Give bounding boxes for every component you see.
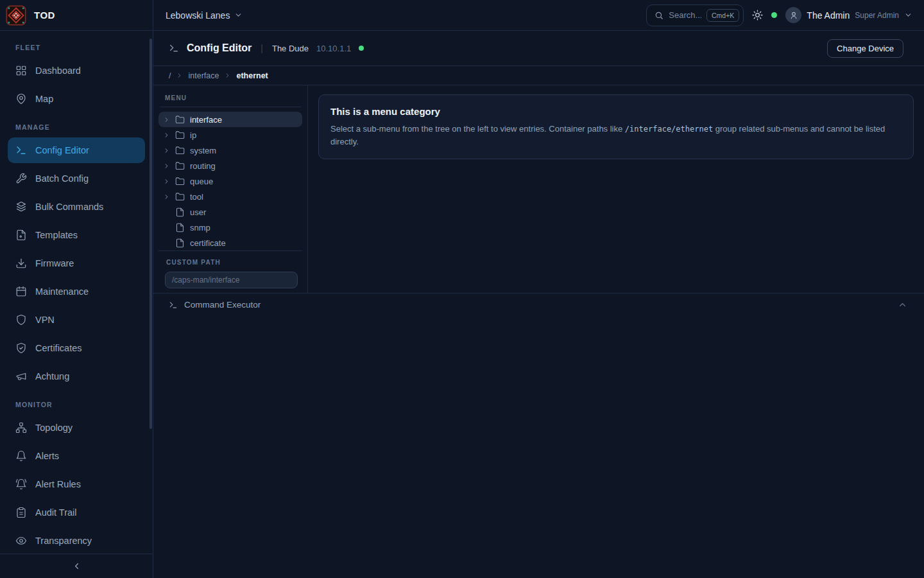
- tree-item-label: user: [190, 207, 206, 217]
- sidebar-item-transparency[interactable]: Transparency: [8, 528, 145, 554]
- user-menu[interactable]: The Admin Super Admin: [785, 7, 912, 23]
- tree-item-queue[interactable]: queue: [158, 173, 302, 189]
- sidebar-item-label: Firmware: [35, 258, 74, 268]
- sidebar-item-vpn[interactable]: VPN: [8, 307, 145, 333]
- sidebar-item-label: Batch Config: [35, 173, 89, 184]
- search-input[interactable]: [669, 10, 701, 20]
- shield-check-icon: [15, 342, 27, 354]
- sidebar-item-config-editor[interactable]: Config Editor: [8, 137, 145, 163]
- sidebar: FLEET Dashboard Map MANAGE Config Editor…: [0, 31, 153, 578]
- global-search[interactable]: Cmd+K: [646, 4, 744, 26]
- chevron-right-icon[interactable]: [163, 162, 170, 170]
- sidebar-item-bulk-commands[interactable]: Bulk Commands: [8, 194, 145, 220]
- tree-item-interface[interactable]: interface: [158, 112, 302, 127]
- tree-item-snmp[interactable]: snmp: [158, 220, 302, 235]
- tree-item-system[interactable]: system: [158, 143, 302, 158]
- user-icon: [789, 11, 798, 20]
- sidebar-item-batch-config[interactable]: Batch Config: [8, 166, 145, 191]
- sidebar-item-firmware[interactable]: Firmware: [8, 250, 145, 276]
- brand-area: TOD: [0, 0, 153, 30]
- folder-icon: [175, 115, 185, 125]
- eye-icon: [15, 535, 27, 547]
- chevron-right-icon[interactable]: [163, 132, 170, 139]
- menu-tree-panel: MENU interface ip: [153, 85, 308, 293]
- sidebar-item-dashboard[interactable]: Dashboard: [8, 58, 145, 83]
- folder-icon: [175, 146, 185, 155]
- terminal-icon: [15, 144, 27, 156]
- tree-item-label: interface: [190, 115, 222, 125]
- empty-space: [153, 316, 924, 578]
- topbar-middle: Lebowski Lanes: [153, 0, 646, 30]
- folder-icon: [175, 177, 185, 186]
- page-header: Config Editor | The Dude 10.10.1.1 Chang…: [153, 31, 924, 66]
- device-status-dot: [359, 46, 364, 51]
- custom-path-label: CUSTOM PATH: [160, 255, 301, 271]
- dashboard-icon: [15, 65, 27, 76]
- sidebar-item-label: Achtung: [35, 371, 69, 381]
- file-icon: [175, 207, 185, 217]
- calendar-icon: [15, 286, 27, 297]
- search-icon: [654, 11, 663, 20]
- callout-title: This is a menu category: [330, 106, 902, 117]
- tree-item-certificate[interactable]: certificate: [158, 235, 302, 250]
- chevron-right-icon[interactable]: [163, 116, 170, 123]
- breadcrumb-item-interface[interactable]: interface: [188, 71, 219, 80]
- breadcrumb-item-ethernet: ethernet: [236, 71, 268, 80]
- sidebar-item-topology[interactable]: Topology: [8, 415, 145, 441]
- breadcrumb: / interface ethernet: [153, 66, 924, 85]
- brand-name: TOD: [34, 10, 55, 21]
- sidebar-collapse-button[interactable]: [0, 554, 153, 578]
- tree-item-label: tool: [190, 192, 203, 202]
- callout-description: Select a sub-menu from the tree on the l…: [330, 123, 902, 148]
- command-executor-expand-button[interactable]: [896, 299, 909, 311]
- tree-item-label: ip: [190, 130, 196, 140]
- sidebar-item-label: Alerts: [35, 451, 59, 461]
- tree-item-label: system: [190, 146, 216, 155]
- sidebar-item-label: Templates: [35, 230, 78, 240]
- shield-icon: [15, 314, 27, 326]
- sidebar-item-templates[interactable]: Templates: [8, 222, 145, 248]
- tree-item-label: certificate: [190, 238, 226, 248]
- custom-path-input[interactable]: [165, 272, 298, 288]
- topbar-right: Cmd+K The Admin Super Admin: [646, 0, 924, 30]
- org-switcher[interactable]: Lebowski Lanes: [166, 10, 243, 21]
- theme-toggle-button[interactable]: [752, 10, 763, 21]
- sidebar-item-alerts[interactable]: Alerts: [8, 443, 145, 469]
- layers-icon: [15, 201, 27, 213]
- device-ip: 10.10.1.1: [316, 44, 351, 53]
- sidebar-item-certificates[interactable]: Certificates: [8, 335, 145, 361]
- org-name: Lebowski Lanes: [166, 10, 230, 21]
- tree-item-routing[interactable]: routing: [158, 158, 302, 173]
- chevron-right-icon[interactable]: [163, 178, 170, 185]
- tree-item-tool[interactable]: tool: [158, 189, 302, 204]
- sidebar-item-label: Maintenance: [35, 286, 89, 297]
- command-executor-label: Command Executor: [184, 300, 261, 310]
- sidebar-item-alert-rules[interactable]: Alert Rules: [8, 471, 145, 497]
- change-device-button[interactable]: Change Device: [827, 39, 903, 58]
- menu-tree: interface ip system: [158, 107, 302, 250]
- chevron-right-icon[interactable]: [163, 193, 170, 200]
- sidebar-item-maintenance[interactable]: Maintenance: [8, 279, 145, 304]
- map-pin-icon: [15, 93, 27, 105]
- bell-icon: [15, 450, 27, 462]
- app-logo-icon: [6, 5, 26, 26]
- chevron-down-icon: [904, 11, 912, 19]
- device-name: The Dude: [272, 44, 309, 53]
- breadcrumb-root[interactable]: /: [169, 71, 171, 80]
- callout-code-path: /interface/ethernet: [625, 125, 713, 134]
- header-separator: |: [259, 43, 264, 53]
- command-executor-bar[interactable]: Command Executor: [153, 293, 924, 316]
- sidebar-item-map[interactable]: Map: [8, 86, 145, 112]
- sidebar-item-audit-trail[interactable]: Audit Trail: [8, 500, 145, 525]
- sidebar-item-label: Audit Trail: [35, 507, 76, 518]
- sidebar-scrollbar[interactable]: [150, 39, 152, 429]
- tree-item-ip[interactable]: ip: [158, 127, 302, 143]
- tree-item-user[interactable]: user: [158, 204, 302, 220]
- sidebar-section-manage: MANAGE: [15, 123, 137, 131]
- menu-panel-label: MENU: [158, 91, 302, 107]
- search-shortcut-badge: Cmd+K: [706, 9, 739, 22]
- chevron-right-icon[interactable]: [163, 147, 170, 154]
- sidebar-item-label: Alert Rules: [35, 479, 81, 489]
- sun-icon: [752, 10, 763, 21]
- sidebar-item-achtung[interactable]: Achtung: [8, 363, 145, 389]
